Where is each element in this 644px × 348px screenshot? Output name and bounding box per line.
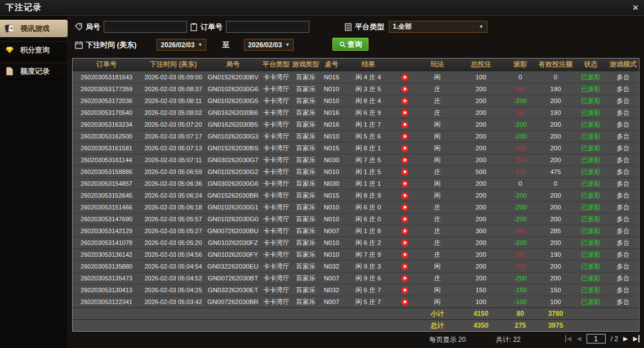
prev-page-icon[interactable]: ◀	[576, 335, 581, 342]
play-icon[interactable]	[401, 192, 408, 199]
cell-game-type: 百家乐	[292, 273, 319, 284]
cell-game-mode: 多台	[606, 83, 640, 95]
play-icon[interactable]	[401, 168, 408, 176]
table-row[interactable]: 260203053170540 2026-02-03 05:08:02 GN01…	[73, 106, 639, 118]
play-icon[interactable]	[401, 97, 408, 105]
cell-bet-time: 2026-02-03 05:08:02	[140, 107, 206, 118]
play-icon[interactable]	[401, 275, 408, 282]
table-row[interactable]: 260203053147690 2026-02-03 05:05:57 GN01…	[73, 213, 639, 225]
search-button[interactable]: 查询	[332, 38, 368, 51]
cell-order-no: 260203053142129	[73, 225, 140, 237]
search-button-label: 查询	[348, 39, 362, 50]
sidebar-item-quota-records[interactable]: 额度记录	[0, 63, 67, 80]
table-row[interactable]: 260203053163234 2026-02-03 05:07:20 GN01…	[73, 118, 639, 130]
play-icon[interactable]	[401, 298, 408, 306]
cell-table-no: N032	[319, 261, 344, 272]
cell-result: 闲 8 庄 9	[344, 190, 392, 201]
table-row[interactable]: 260203053122341 2026-02-03 05:03:42 GN00…	[73, 296, 639, 307]
cell-result: 闲 6 庄 9	[344, 107, 392, 118]
cell-valid-bet: 190	[536, 83, 575, 95]
play-icon[interactable]	[401, 287, 408, 294]
last-page-icon[interactable]: ▶	[633, 335, 639, 342]
table-row[interactable]: 260203053135880 2026-02-03 05:04:54 GN03…	[73, 260, 639, 272]
cell-order-no: 260203053154857	[73, 178, 140, 189]
close-icon[interactable]: ×	[633, 2, 638, 14]
first-page-icon[interactable]: ◀	[565, 335, 571, 342]
cell-order-no: 260203053163234	[73, 119, 140, 130]
play-icon[interactable]	[401, 180, 408, 188]
cell-replay	[392, 284, 418, 296]
cell-platform: 卡卡湾厅	[260, 261, 292, 272]
platform-type-label: 平台类型	[355, 22, 384, 32]
cell-table-no: N010	[319, 237, 344, 248]
col-header: 桌号	[319, 59, 344, 71]
round-no-input[interactable]	[104, 21, 187, 33]
table-row[interactable]: 260203053172036 2026-02-03 05:08:11 GN01…	[73, 95, 639, 106]
play-icon[interactable]	[401, 239, 408, 247]
cell-game-type: 百家乐	[292, 213, 319, 225]
sidebar-item-video-games[interactable]: 视讯游戏	[0, 20, 73, 37]
cell-round-no: GN010262030FY	[206, 249, 260, 260]
cell-valid-bet: 190	[536, 249, 575, 260]
cell-game-type: 百家乐	[292, 261, 319, 272]
page-title: 下注记录	[6, 2, 42, 13]
table-row[interactable]: 260203053142129 2026-02-03 05:05:27 GN00…	[73, 225, 639, 237]
play-icon[interactable]	[401, 86, 408, 93]
table-row[interactable]: 260203053161581 2026-02-03 05:07:13 GN01…	[73, 142, 639, 154]
play-icon[interactable]	[401, 145, 408, 152]
play-icon[interactable]	[401, 121, 408, 128]
play-icon[interactable]	[401, 251, 408, 258]
chevron-down-icon: ▼	[285, 42, 290, 47]
sidebar-item-points-query[interactable]: 积分查询	[0, 41, 67, 59]
next-page-icon[interactable]: ▶	[623, 335, 628, 342]
table-body: 260203053181643 2026-02-03 05:09:00 GN01…	[73, 71, 639, 307]
cell-round-no: GN010262030FZ	[206, 237, 260, 248]
cell-round-no: GN010262030G5	[206, 95, 260, 106]
play-icon[interactable]	[401, 157, 408, 164]
cell-valid-bet: 475	[536, 166, 575, 177]
table-row[interactable]: 260203053162500 2026-02-03 05:07:17 GN01…	[73, 130, 639, 142]
table-row[interactable]: 260203053151466 2026-02-03 05:06:18 GN01…	[73, 201, 639, 213]
table-row[interactable]: 260203053181643 2026-02-03 05:09:00 GN01…	[73, 71, 639, 83]
cell-table-no: N030	[319, 178, 344, 189]
play-icon[interactable]	[401, 109, 408, 117]
table-row[interactable]: 260203053154857 2026-02-03 05:06:36 GN03…	[73, 177, 639, 189]
table-row[interactable]: 260203053135473 2026-02-03 05:04:52 GN00…	[73, 272, 639, 284]
platform-type-select[interactable]: 1.全部 ▼	[389, 21, 487, 33]
cell-valid-bet: 285	[536, 225, 575, 237]
total-bet: 4350	[457, 320, 505, 331]
col-header: 玩法	[418, 59, 457, 71]
date-to-select[interactable]: 2026/02/03 ▼	[244, 39, 294, 51]
cell-order-no: 260203053177359	[73, 83, 140, 95]
tag-icon	[74, 23, 83, 32]
cell-total-bet: 100	[457, 72, 505, 83]
subtotal-label: 小计	[418, 308, 457, 319]
play-icon[interactable]	[401, 216, 408, 223]
play-icon[interactable]	[401, 74, 408, 81]
order-no-input[interactable]	[226, 21, 309, 33]
date-from-select[interactable]: 2026/02/03 ▼	[157, 39, 206, 51]
cell-replay	[392, 249, 418, 260]
page-number-input[interactable]	[587, 334, 606, 343]
cell-game-type: 百家乐	[292, 131, 319, 142]
play-icon[interactable]	[401, 133, 408, 140]
play-icon[interactable]	[401, 227, 408, 235]
table-row[interactable]: 260203053161144 2026-02-03 05:07:11 GN03…	[73, 154, 639, 166]
cell-order-no: 260203053151466	[73, 202, 140, 213]
play-icon[interactable]	[401, 263, 408, 270]
table-row[interactable]: 260203053152645 2026-02-03 05:06:24 GN01…	[73, 189, 639, 201]
cell-order-no: 260203053122341	[73, 296, 140, 307]
table-row[interactable]: 260203053141078 2026-02-03 05:05:20 GN01…	[73, 237, 639, 248]
cell-game-type: 百家乐	[292, 237, 319, 248]
cell-replay	[392, 261, 418, 272]
to-label: 至	[222, 40, 229, 50]
cell-replay	[392, 178, 418, 189]
table-row[interactable]: 260203053158886 2026-02-03 05:06:59 GN01…	[73, 166, 639, 177]
table-row[interactable]: 260203053136142 2026-02-03 05:04:56 GN01…	[73, 248, 639, 260]
cell-total-bet: 500	[457, 166, 505, 177]
table-row[interactable]: 260203053130413 2026-02-03 05:04:25 GN03…	[73, 284, 639, 296]
cell-total-bet: 200	[457, 154, 505, 166]
play-icon[interactable]	[401, 204, 408, 211]
cell-order-no: 260203053181643	[73, 72, 140, 83]
table-row[interactable]: 260203053177359 2026-02-03 05:08:37 GN01…	[73, 83, 639, 95]
